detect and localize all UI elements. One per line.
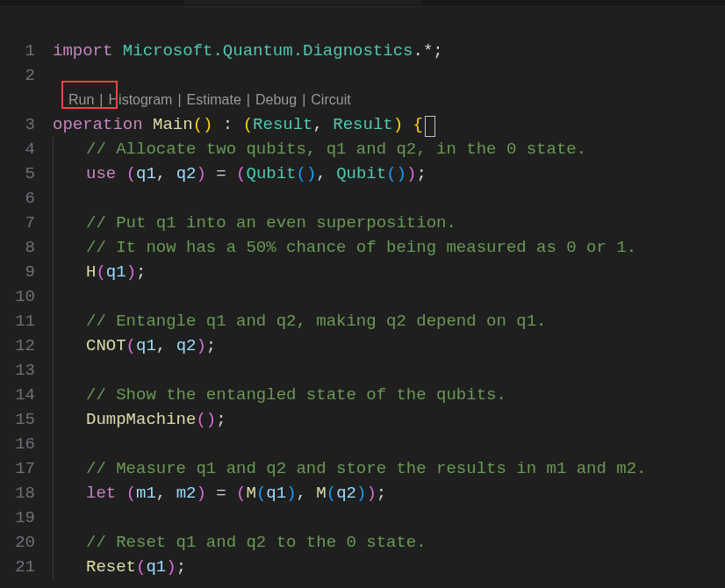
fn-Reset: Reset: [86, 555, 136, 579]
type-result: Result: [333, 112, 392, 137]
active-tab-region: [184, 0, 421, 5]
codelens-estimate[interactable]: Estimate: [187, 92, 241, 108]
code-line[interactable]: 3 operation Main() : (Result, Result) {: [0, 112, 725, 137]
comment: // Measure q1 and q2 and store the resul…: [86, 456, 647, 481]
indent-guide: [53, 481, 54, 506]
comment: // It now has a 50% chance of being meas…: [86, 235, 636, 260]
indent-guide: [53, 555, 54, 579]
line-number: 4: [0, 137, 53, 161]
indent-guide: [53, 186, 54, 211]
indent-guide: [53, 333, 54, 358]
line-number: 13: [0, 358, 53, 383]
codelens-histogram[interactable]: Histogram: [109, 92, 173, 108]
line-number: 7: [0, 211, 53, 235]
paren-open: (: [126, 333, 136, 358]
line-number: 18: [0, 481, 53, 506]
cursor: [425, 116, 435, 137]
namespace: Microsoft.Quantum.Diagnostics: [123, 39, 413, 63]
code-line[interactable]: 4 // Allocate two qubits, q1 and q2, in …: [0, 137, 725, 161]
fn-DumpMachine: DumpMachine: [86, 407, 196, 432]
paren: (): [386, 161, 406, 186]
semicolon: ;: [216, 407, 226, 432]
paren-open: (: [256, 481, 266, 506]
paren-close: ): [393, 112, 403, 137]
codelens-sep: |: [247, 92, 250, 108]
code-line[interactable]: 6: [0, 186, 725, 211]
line-number: 1: [0, 39, 53, 63]
code-editor[interactable]: 1 import Microsoft.Quantum.Diagnostics.*…: [0, 7, 725, 579]
fn-CNOT: CNOT: [86, 333, 126, 358]
code-line[interactable]: 14 // Show the entangled state of the qu…: [0, 383, 725, 407]
ident-q2: q2: [176, 333, 197, 358]
comma: ,: [316, 161, 336, 186]
comment: // Put q1 into an even superposition.: [86, 211, 456, 235]
code-line[interactable]: 13: [0, 358, 725, 383]
ident-q1: q1: [266, 481, 286, 506]
ident-q2: q2: [176, 161, 197, 186]
ident-q1: q1: [136, 333, 156, 358]
paren-open: (: [236, 481, 246, 506]
line-number: 3: [0, 112, 53, 137]
code-line[interactable]: 16: [0, 432, 725, 456]
code-line[interactable]: 21 Reset(q1);: [0, 555, 725, 579]
paren-open: (: [96, 260, 105, 284]
comma: ,: [313, 112, 334, 137]
code-line[interactable]: 12 CNOT(q1, q2);: [0, 333, 725, 358]
code-line[interactable]: 10: [0, 284, 725, 309]
line-number: 6: [0, 186, 53, 211]
indent-guide: [53, 506, 54, 530]
fn-M: M: [316, 481, 326, 506]
code-line[interactable]: 5 use (q1, q2) = (Qubit(), Qubit());: [0, 161, 725, 186]
line-number: 17: [0, 456, 53, 481]
semicolon: ;: [136, 260, 146, 284]
ident-q1: q1: [146, 555, 166, 579]
indent-guide: [53, 383, 54, 407]
paren-open: (: [136, 555, 146, 579]
codelens-sep: |: [99, 92, 103, 108]
ident-q1: q1: [106, 260, 126, 284]
paren: (): [196, 407, 216, 432]
code-line[interactable]: 19: [0, 506, 725, 530]
line-number: 14: [0, 383, 53, 407]
code-line[interactable]: 18 let (m1, m2) = (M(q1), M(q2));: [0, 481, 725, 506]
codelens-circuit[interactable]: Circuit: [311, 92, 350, 108]
code-line[interactable]: 9 H(q1);: [0, 260, 725, 284]
fn-H: H: [86, 260, 96, 284]
paren: (): [193, 112, 213, 137]
indent-guide: [53, 358, 54, 383]
semicolon: ;: [206, 333, 216, 358]
paren-close: ): [196, 481, 205, 506]
keyword-let: let: [86, 481, 116, 506]
code-line[interactable]: 15 DumpMachine();: [0, 407, 725, 432]
keyword-use: use: [86, 161, 116, 186]
codelens-debug[interactable]: Debug: [255, 92, 297, 108]
comma: ,: [156, 481, 176, 506]
code-line[interactable]: 1 import Microsoft.Quantum.Diagnostics.*…: [0, 39, 725, 63]
fn-M: M: [247, 481, 256, 506]
codelens-sep: |: [177, 92, 181, 108]
codelens-run[interactable]: Run: [68, 92, 94, 108]
code-line[interactable]: 2: [0, 63, 725, 88]
paren-close: ): [356, 481, 366, 506]
line-number: 15: [0, 407, 53, 432]
code-line[interactable]: 20 // Reset q1 and q2 to the 0 state.: [0, 530, 725, 555]
codelens-sep: |: [302, 92, 305, 108]
type-qubit: Qubit: [247, 161, 297, 186]
line-number: 8: [0, 235, 53, 260]
indent-guide: [53, 137, 54, 161]
comma: ,: [297, 481, 317, 506]
code-line[interactable]: 7 // Put q1 into an even superposition.: [0, 211, 725, 235]
type-result: Result: [253, 112, 312, 137]
comment: // Allocate two qubits, q1 and q2, in th…: [86, 137, 586, 161]
indent-guide: [53, 235, 54, 260]
comment: // Reset q1 and q2 to the 0 state.: [86, 530, 427, 555]
code-line[interactable]: 17 // Measure q1 and q2 and store the re…: [0, 456, 725, 481]
brace-open: {: [413, 112, 423, 137]
comment: // Show the entangled state of the qubit…: [86, 383, 506, 407]
keyword-operation: operation: [53, 112, 143, 137]
paren-close: ): [406, 161, 416, 186]
code-line[interactable]: 8 // It now has a 50% chance of being me…: [0, 235, 725, 260]
line-number: 11: [0, 309, 53, 333]
paren-close: ): [196, 333, 205, 358]
code-line[interactable]: 11 // Entangle q1 and q2, making q2 depe…: [0, 309, 725, 333]
